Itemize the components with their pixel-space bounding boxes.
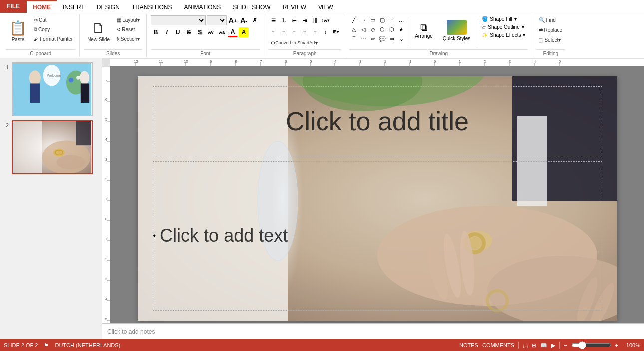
- tab-view[interactable]: VIEW: [312, 0, 339, 13]
- ruler-h-inner: -12 -11 -10 -9 -8 -7 -6 -: [110, 58, 644, 66]
- italic-button[interactable]: I: [162, 27, 172, 37]
- shape-diamond[interactable]: ◇: [368, 25, 377, 34]
- view-slide-sorter-icon[interactable]: ⊞: [532, 342, 536, 349]
- shape-curved[interactable]: ⌒: [349, 34, 358, 43]
- shape-rtriangle[interactable]: ◁: [359, 25, 368, 34]
- ruler-h-svg: -12 -11 -10 -9 -8 -7 -6 -: [110, 58, 644, 66]
- slide-title-text[interactable]: Click to add title: [286, 106, 469, 136]
- strikethrough-button[interactable]: S: [184, 27, 194, 37]
- justify-button[interactable]: ≡: [300, 27, 310, 37]
- find-button[interactable]: 🔍 Find: [536, 15, 558, 24]
- align-left-button[interactable]: ≡: [268, 27, 278, 37]
- char-spacing-button[interactable]: AV: [206, 27, 216, 37]
- canvas-body: 7 6 5 4 3 2 1 0: [102, 66, 644, 323]
- clear-format-button[interactable]: ✗: [250, 15, 260, 25]
- bullets-button[interactable]: ☰: [268, 15, 278, 25]
- font-size-select[interactable]: [207, 15, 227, 25]
- font-color-button[interactable]: A: [228, 27, 238, 37]
- underline-button[interactable]: U: [173, 27, 183, 37]
- replace-button[interactable]: ⇄ Replace: [536, 25, 565, 34]
- zoom-slider[interactable]: [571, 341, 611, 349]
- shape-freeform[interactable]: 〰: [359, 34, 368, 43]
- copy-button[interactable]: ⧉ Copy: [31, 25, 75, 34]
- shape-arrow[interactable]: →: [359, 15, 368, 24]
- shape-r-arrow[interactable]: ⇒: [387, 34, 396, 43]
- shape-rounded-rect[interactable]: ▢: [378, 15, 387, 24]
- case-button[interactable]: Aa: [217, 27, 227, 37]
- language-label[interactable]: DUTCH (NETHERLANDS): [55, 342, 120, 348]
- slide-thumb-1[interactable]: 1 Welcome: [2, 62, 100, 116]
- slide-thumb-2[interactable]: 2: [2, 120, 100, 174]
- select-button[interactable]: ⬚ Select ▾: [536, 35, 563, 44]
- view-normal-icon[interactable]: ⬚: [523, 342, 528, 349]
- shape-outline-button[interactable]: ▱ Shape Outline ▾: [479, 23, 528, 31]
- distributed-button[interactable]: ≡: [310, 27, 320, 37]
- align-center-button[interactable]: ≡: [279, 27, 289, 37]
- slide-canvas[interactable]: Click to add title • Click to add text: [138, 76, 617, 321]
- view-reading-icon[interactable]: 📖: [540, 342, 547, 349]
- decrease-font-button[interactable]: A-: [239, 15, 249, 25]
- notes-toggle[interactable]: NOTES: [459, 342, 478, 348]
- shadow-button[interactable]: S: [195, 27, 205, 37]
- shape-more[interactable]: …: [397, 15, 406, 24]
- shape-hexagon[interactable]: ⬡: [387, 25, 396, 34]
- status-bar-right: NOTES COMMENTS ⬚ ⊞ 📖 ▶ − + 100%: [459, 341, 640, 349]
- zoom-out-button[interactable]: −: [564, 342, 567, 348]
- tab-review[interactable]: REVIEW: [277, 0, 312, 13]
- line-spacing-button[interactable]: ↕: [321, 27, 330, 37]
- shape-pentagon[interactable]: ⬠: [378, 25, 387, 34]
- slide-title-placeholder[interactable]: Click to add title: [153, 86, 602, 156]
- shape-chevron-down[interactable]: ⌄: [397, 34, 406, 43]
- tab-transitions[interactable]: TRANSITIONS: [126, 0, 178, 13]
- cut-button[interactable]: ✂ Cut: [31, 15, 75, 24]
- slide-content-text[interactable]: Click to add text: [160, 225, 288, 246]
- tab-home[interactable]: HOME: [27, 0, 57, 13]
- arrange-button[interactable]: ⧉ Arrange: [410, 15, 437, 45]
- columns-button[interactable]: |||: [310, 15, 320, 25]
- zoom-level[interactable]: 100%: [622, 342, 640, 348]
- shape-line[interactable]: ╱: [349, 15, 358, 24]
- section-button[interactable]: § Section ▾: [114, 34, 142, 43]
- shape-oval[interactable]: ○: [387, 15, 396, 24]
- font-label: Font: [151, 49, 260, 57]
- shape-triangle[interactable]: △: [349, 25, 358, 34]
- view-presenter-icon[interactable]: ▶: [551, 342, 555, 349]
- zoom-in-button[interactable]: +: [615, 342, 618, 348]
- highlight-button[interactable]: A: [239, 27, 249, 37]
- status-icon-accessibility[interactable]: ⚑: [44, 342, 49, 349]
- layout-button[interactable]: ▦ Layout ▾: [114, 15, 142, 24]
- tab-slideshow[interactable]: SLIDE SHOW: [227, 0, 276, 13]
- decrease-indent-button[interactable]: ⇤: [289, 15, 299, 25]
- new-slide-button[interactable]: 🗋 New Slide: [84, 15, 113, 48]
- tab-file[interactable]: FILE: [0, 0, 27, 13]
- align-right-button[interactable]: ≡: [289, 27, 299, 37]
- shape-rect[interactable]: ▭: [368, 15, 377, 24]
- bold-button[interactable]: B: [151, 27, 161, 37]
- slide-content-placeholder[interactable]: • Click to add text: [153, 161, 602, 311]
- shape-star[interactable]: ★: [397, 25, 406, 34]
- increase-indent-button[interactable]: ⇥: [300, 15, 310, 25]
- tab-design[interactable]: DESIGN: [91, 0, 126, 13]
- format-painter-button[interactable]: 🖌 Format Painter: [31, 34, 75, 43]
- align-text-button[interactable]: ⊞ ▾: [331, 27, 341, 37]
- convert-smartart-button[interactable]: ⚙ Convert to SmartArt ▾: [268, 38, 320, 47]
- slide-viewport[interactable]: Click to add title • Click to add text: [110, 66, 644, 323]
- font-name-select[interactable]: [151, 15, 206, 25]
- notes-placeholder-text[interactable]: Click to add notes: [107, 328, 155, 335]
- notes-area[interactable]: Click to add notes: [102, 323, 644, 339]
- paste-button[interactable]: 📋 Paste: [6, 15, 30, 48]
- quick-styles-button[interactable]: Quick Styles: [438, 15, 475, 45]
- tab-insert[interactable]: INSERT: [57, 0, 91, 13]
- slide-image-1[interactable]: Welcome: [12, 62, 93, 116]
- comments-toggle[interactable]: COMMENTS: [482, 342, 514, 348]
- reset-button[interactable]: ↺ Reset: [114, 25, 142, 34]
- tab-animations[interactable]: ANIMATIONS: [178, 0, 227, 13]
- numbering-button[interactable]: 1.: [279, 15, 289, 25]
- shape-effects-button[interactable]: ✨ Shape Effects ▾: [479, 31, 528, 39]
- text-direction-button[interactable]: ↕A ▾: [321, 15, 330, 25]
- shape-callout[interactable]: 💬: [378, 34, 387, 43]
- slide-image-2[interactable]: [12, 120, 93, 174]
- increase-font-button[interactable]: A+: [228, 15, 238, 25]
- shape-scribble[interactable]: ✏: [368, 34, 377, 43]
- shape-fill-button[interactable]: 🪣 Shape Fill ▾: [479, 15, 528, 23]
